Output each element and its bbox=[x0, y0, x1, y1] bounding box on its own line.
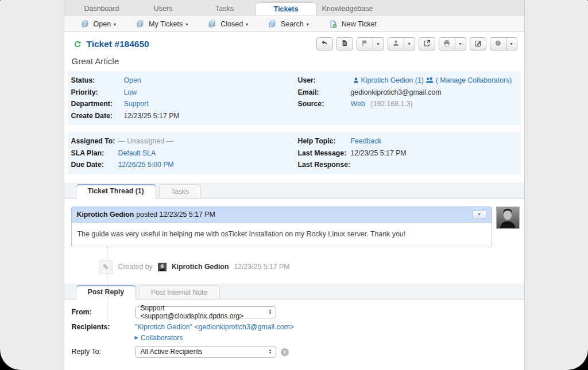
post-note-button[interactable] bbox=[336, 37, 353, 50]
thread-message: Kiprotich Gedion posted 12/23/25 5:17 PM… bbox=[71, 207, 492, 247]
toolbar-closed-menu[interactable]: Closed ▾ bbox=[206, 20, 248, 28]
ticket-header: Ticket #184650 ▾ bbox=[64, 32, 524, 52]
last-message-label: Last Message: bbox=[298, 147, 351, 159]
nav-tab-tasks[interactable]: Tasks bbox=[194, 2, 256, 15]
flag-icon bbox=[361, 39, 369, 49]
user-name-link[interactable]: Kiprotich Gedion (1) bbox=[361, 75, 424, 87]
assigned-to-label: Assigned To: bbox=[71, 135, 118, 147]
refresh-icon[interactable] bbox=[74, 40, 82, 48]
sla-plan-value[interactable]: Default SLA bbox=[118, 147, 156, 159]
reply-button[interactable] bbox=[316, 37, 333, 50]
help-icon[interactable]: ? bbox=[281, 348, 289, 356]
from-select[interactable]: Support <support@cloudspinx.dpdns.org> ▲… bbox=[135, 306, 276, 318]
chevron-down-icon: ▾ bbox=[408, 41, 410, 46]
user-icon bbox=[353, 75, 359, 87]
from-select-value: Support <support@cloudspinx.dpdns.org> bbox=[141, 304, 269, 320]
nav-tab-users[interactable]: Users bbox=[133, 2, 194, 15]
assign-dropdown-button[interactable]: ▾ bbox=[404, 37, 415, 50]
tickets-toolbar: Open ▾ My Tickets ▾ Closed ▾ Search ▾ Ne… bbox=[64, 16, 524, 32]
nav-tab-dashboard[interactable]: Dashboard bbox=[71, 2, 133, 15]
priority-row: Priority: Low bbox=[71, 87, 298, 99]
source-value[interactable]: Web bbox=[351, 98, 365, 110]
tickets-icon bbox=[208, 20, 216, 28]
edit-button[interactable] bbox=[470, 37, 486, 50]
toolbar-open-label: Open bbox=[94, 20, 111, 28]
collaborators-toggle[interactable]: ▶ Collaborators bbox=[135, 333, 295, 343]
nav-tab-tickets[interactable]: Tickets bbox=[256, 2, 317, 15]
toolbar-open-menu[interactable]: Open ▾ bbox=[79, 20, 117, 28]
edit-icon bbox=[474, 39, 482, 49]
ticket-title: Ticket #184650 bbox=[72, 39, 149, 49]
share-icon bbox=[423, 39, 431, 49]
toolbar-my-tickets-label: My Tickets bbox=[149, 20, 183, 28]
print-button[interactable] bbox=[439, 37, 455, 50]
nav-tab-knowledgebase[interactable]: Knowledgebase bbox=[317, 2, 378, 15]
department-label: Department: bbox=[71, 98, 124, 110]
chevron-down-icon: ▾ bbox=[114, 22, 116, 27]
share-button[interactable] bbox=[419, 37, 435, 50]
source-label: Source: bbox=[298, 98, 351, 110]
flag-button[interactable] bbox=[357, 37, 373, 50]
assigned-to-value: — Unassigned — bbox=[118, 135, 173, 147]
manage-collaborators-link[interactable]: ( Manage Collaborators) bbox=[436, 75, 512, 87]
thread-timeline bbox=[107, 244, 107, 320]
info-left-column: Status: Open Priority: Low Department: S… bbox=[71, 75, 298, 122]
osticket-page: Dashboard Users Tasks Tickets Knowledgeb… bbox=[64, 0, 525, 370]
user-row: User: Kiprotich Gedion (1) ( Manage Coll… bbox=[298, 75, 517, 87]
ticket-info-block-top: Status: Open Priority: Low Department: S… bbox=[68, 71, 521, 125]
tab-post-internal-note[interactable]: Post Internal Note bbox=[139, 285, 219, 299]
toolbar-search-menu[interactable]: Search ▾ bbox=[266, 20, 309, 28]
reply-icon bbox=[320, 39, 328, 49]
settings-dropdown-button[interactable]: ▾ bbox=[506, 37, 517, 50]
due-date-value[interactable]: 12/26/25 5:00 PM bbox=[118, 159, 174, 171]
flag-dropdown-button[interactable]: ▾ bbox=[373, 37, 384, 50]
create-date-label: Create Date: bbox=[71, 110, 124, 122]
from-row: From: Support <support@cloudspinx.dpdns.… bbox=[72, 306, 517, 318]
ticket-actions: ▾ ▾ ▾ bbox=[316, 37, 517, 50]
help-topic-value[interactable]: Feedback bbox=[351, 135, 382, 147]
print-dropdown-button[interactable]: ▾ bbox=[455, 37, 466, 50]
last-message-value: 12/23/25 5:17 PM bbox=[351, 147, 407, 159]
reply-to-select[interactable]: All Active Recipients ▲▼ bbox=[135, 346, 276, 358]
browser-viewport: Dashboard Users Tasks Tickets Knowledgeb… bbox=[0, 0, 588, 370]
user-avatar bbox=[496, 207, 520, 229]
tickets-icon bbox=[136, 20, 144, 28]
tab-tasks[interactable]: Tasks bbox=[159, 184, 201, 198]
due-date-row: Due Date: 12/26/25 5:00 PM bbox=[71, 159, 298, 171]
email-row: Email: gedionkiprotich3@gmail.com bbox=[298, 87, 517, 99]
create-date-row: Create Date: 12/23/25 5:17 PM bbox=[71, 110, 298, 122]
assign-button[interactable] bbox=[388, 37, 404, 50]
info-right-column: User: Kiprotich Gedion (1) ( Manage Coll… bbox=[298, 75, 517, 122]
event-prefix: Created by bbox=[118, 263, 153, 271]
assign-button-group: ▾ bbox=[388, 37, 415, 50]
thread-event-row: ✎ Created by Kiprotich Gedion 12/23/25 5… bbox=[99, 260, 517, 274]
toolbar-search-label: Search bbox=[281, 20, 304, 28]
status-row: Status: Open bbox=[71, 75, 298, 87]
note-icon bbox=[341, 39, 348, 49]
tab-ticket-thread[interactable]: Ticket Thread (1) bbox=[76, 184, 156, 198]
tab-post-reply[interactable]: Post Reply bbox=[76, 285, 137, 299]
post-reply-form: From: Support <support@cloudspinx.dpdns.… bbox=[64, 299, 524, 370]
triangle-right-icon: ▶ bbox=[135, 333, 138, 343]
event-author-name: Kiprotich Gedion bbox=[172, 263, 229, 271]
priority-value[interactable]: Low bbox=[124, 87, 137, 99]
toolbar-new-ticket-label: New Ticket bbox=[342, 20, 377, 28]
ticket-info-block-bottom: Assigned To: — Unassigned — SLA Plan: De… bbox=[68, 132, 521, 174]
select-stepper-icon: ▲▼ bbox=[269, 349, 272, 354]
department-value[interactable]: Support bbox=[124, 98, 149, 110]
source-ip: (192.168.1.3) bbox=[371, 98, 413, 110]
toolbar-new-ticket-button[interactable]: New Ticket bbox=[327, 20, 377, 28]
message-options-button[interactable]: ▼ bbox=[473, 210, 486, 219]
department-row: Department: Support bbox=[71, 98, 298, 110]
chevron-down-icon: ▾ bbox=[185, 22, 188, 27]
status-value[interactable]: Open bbox=[124, 75, 141, 87]
collaborators-label: Collaborators bbox=[141, 333, 183, 343]
ticket-subject: Great Article bbox=[64, 52, 524, 68]
chevron-down-icon: ▾ bbox=[510, 41, 512, 46]
recipients-block: "Kiprotich Gedion" <gedionkiprotich3@gma… bbox=[135, 321, 295, 343]
recipients-value: "Kiprotich Gedion" <gedionkiprotich3@gma… bbox=[135, 321, 295, 333]
settings-button[interactable] bbox=[490, 37, 506, 50]
toolbar-my-tickets-menu[interactable]: My Tickets ▾ bbox=[134, 20, 188, 28]
ticket-number: Ticket #184650 bbox=[87, 39, 149, 49]
help-topic-label: Help Topic: bbox=[298, 135, 351, 147]
